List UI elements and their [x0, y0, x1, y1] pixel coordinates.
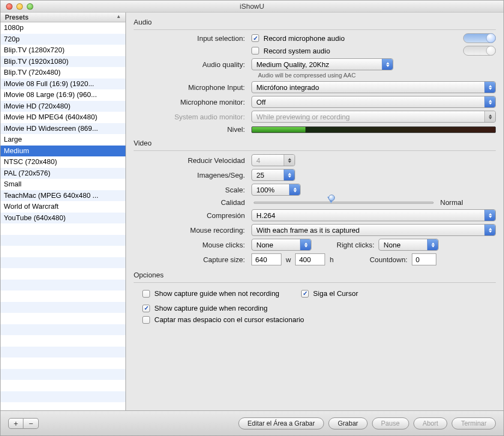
preset-row[interactable]: YouTube (640x480) — [1, 213, 125, 224]
record-mic-checkbox[interactable] — [251, 34, 259, 42]
quality-value-text: Normal — [440, 198, 463, 207]
preset-row[interactable] — [1, 380, 125, 391]
preset-row[interactable]: Blip.TV (720x480) — [1, 67, 125, 78]
options-section-label: Opciones — [134, 271, 496, 279]
edit-area-button[interactable]: Editar el Área a Grabar — [238, 417, 324, 429]
preset-row[interactable] — [1, 369, 125, 380]
show-guide-rec-label: Show capture guide when recording — [154, 304, 267, 312]
quality-label: Calidad — [126, 198, 251, 207]
preset-row[interactable]: iMovie 08 Large (16:9) (960... — [1, 89, 125, 101]
capture-w-label: w — [286, 256, 291, 264]
scale-select[interactable]: 100% — [251, 184, 301, 196]
preset-row[interactable] — [1, 302, 125, 313]
audio-quality-select[interactable]: Medium Quality, 20Khz — [251, 58, 393, 70]
preset-row[interactable] — [1, 313, 125, 324]
record-mic-label: Record microphone audio — [263, 34, 345, 43]
right-clicks-select[interactable]: None — [379, 239, 439, 251]
preset-row[interactable]: 1080p — [1, 22, 125, 34]
finish-button: Terminar — [452, 417, 496, 429]
countdown-input[interactable]: 0 — [412, 253, 436, 265]
preset-row[interactable] — [1, 347, 125, 358]
mouse-recording-label: Mouse recording: — [126, 226, 251, 234]
fps-select[interactable]: 25 — [251, 169, 295, 181]
preset-row[interactable] — [1, 257, 125, 269]
preset-row[interactable]: iMovie 08 Full (16:9) (1920... — [1, 78, 125, 90]
titlebar: iShowU — [1, 1, 503, 13]
preset-row[interactable]: World of Warcraft — [1, 201, 125, 213]
system-audio-switch[interactable] — [463, 46, 496, 56]
compression-label: Compresión — [126, 211, 251, 220]
sort-icon: ▲ — [116, 14, 121, 22]
quality-slider-knob[interactable] — [327, 197, 335, 203]
countdown-label: Countdown: — [370, 256, 407, 264]
capture-width-input[interactable]: 640 — [251, 253, 281, 265]
sys-monitor-label: System audio monitor: — [126, 113, 251, 121]
preset-row[interactable]: iMovie HD (720x480) — [1, 101, 125, 112]
reduce-speed-label: Reducir Velocidad — [126, 156, 251, 165]
compression-select[interactable]: H.264 — [251, 209, 496, 221]
mouse-clicks-select[interactable]: None — [251, 239, 311, 251]
preset-row[interactable] — [1, 335, 125, 347]
capture-height-input[interactable]: 400 — [295, 253, 325, 265]
preset-row[interactable]: 720p — [1, 34, 125, 45]
preset-row[interactable]: iMovie HD Widescreen (869... — [1, 123, 125, 135]
preset-row[interactable] — [1, 290, 125, 302]
preset-row[interactable] — [1, 280, 125, 291]
mic-monitor-select[interactable]: Off — [251, 96, 496, 108]
sys-monitor-select: While previewing or recording — [251, 111, 496, 123]
preset-row[interactable] — [1, 246, 125, 257]
slow-cursor-checkbox[interactable] — [142, 316, 150, 324]
mouse-recording-select[interactable]: With each frame as it is captured — [251, 224, 496, 236]
record-system-checkbox[interactable] — [251, 47, 259, 55]
preset-row[interactable] — [1, 268, 125, 280]
preset-row[interactable]: Blip.TV (1920x1080) — [1, 56, 125, 68]
preset-row[interactable] — [1, 223, 125, 235]
slow-cursor-label: Captar mas despacio con el cursor estaci… — [154, 316, 304, 324]
preset-row[interactable] — [1, 324, 125, 336]
preset-row[interactable]: Blip.TV (1280x720) — [1, 45, 125, 56]
footer-toolbar: + − Editar el Área a Grabar Grabar Pause… — [1, 410, 503, 435]
preset-row[interactable]: TeachMac (MPEG 640x480 ... — [1, 190, 125, 202]
main-panel: Audio Input selection: Record microphone… — [126, 13, 503, 410]
capture-size-label: Capture size: — [126, 256, 251, 264]
window-title: iShowU — [1, 2, 503, 10]
right-clicks-label: Right clicks: — [337, 241, 374, 249]
preset-row[interactable]: NTSC (720x480) — [1, 156, 125, 168]
show-guide-rec-checkbox[interactable] — [142, 305, 150, 312]
preset-row[interactable] — [1, 391, 125, 403]
input-selection-label: Input selection: — [126, 34, 251, 43]
preset-row[interactable] — [1, 358, 125, 369]
remove-preset-button[interactable]: − — [23, 418, 39, 429]
video-section-label: Video — [134, 139, 496, 147]
quality-slider[interactable] — [254, 202, 434, 204]
mic-enable-switch[interactable] — [463, 33, 496, 43]
presets-sidebar: Presets ▲ 1080p720pBlip.TV (1280x720)Bli… — [1, 13, 126, 410]
record-button[interactable]: Grabar — [328, 417, 367, 429]
level-label: Nivel: — [126, 125, 251, 134]
scale-label: Scale: — [126, 186, 251, 194]
preset-row[interactable] — [1, 235, 125, 246]
audio-level-meter — [251, 126, 496, 133]
preset-row[interactable]: Small — [1, 179, 125, 190]
mic-input-label: Microphone Input: — [126, 83, 251, 92]
preset-row[interactable]: Large — [1, 134, 125, 146]
mic-input-select[interactable]: Micrófono integrado — [251, 81, 496, 93]
preset-row[interactable]: PAL (720x576) — [1, 168, 125, 179]
window: iShowU Presets ▲ 1080p720pBlip.TV (1280x… — [0, 0, 504, 436]
show-guide-notrec-checkbox[interactable] — [142, 290, 150, 298]
preset-row[interactable]: Medium — [1, 146, 125, 157]
record-system-label: Record system audio — [263, 47, 330, 55]
mouse-clicks-label: Mouse clicks: — [126, 241, 251, 249]
follow-cursor-checkbox[interactable] — [301, 290, 309, 298]
capture-h-label: h — [329, 256, 333, 264]
fps-label: Imagenes/Seg. — [126, 171, 251, 179]
preset-row[interactable]: iMovie HD MPEG4 (640x480) — [1, 112, 125, 123]
show-guide-notrec-label: Show capture guide when not recording — [154, 289, 279, 298]
audio-section-label: Audio — [134, 18, 496, 26]
presets-header[interactable]: Presets ▲ — [1, 13, 125, 22]
add-preset-button[interactable]: + — [8, 418, 23, 429]
audio-quality-label: Audio quality: — [126, 60, 251, 69]
presets-header-label: Presets — [5, 14, 28, 22]
mic-monitor-label: Microphone monitor: — [126, 98, 251, 106]
follow-cursor-label: Siga el Cursor — [313, 289, 358, 298]
